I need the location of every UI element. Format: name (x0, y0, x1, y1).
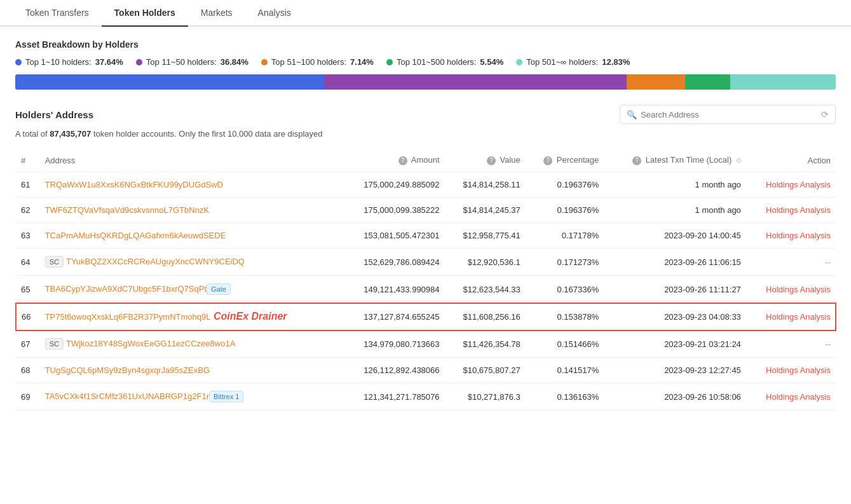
address-link[interactable]: TWjkoz18Y48SgWoxEeGG11ezCCzee8wo1A (66, 339, 235, 348)
cell-action[interactable]: Holdings Analysis (746, 276, 836, 303)
tab-token-holders[interactable]: Token Holders (102, 0, 188, 27)
cell-percentage: 0.17178% (526, 223, 604, 249)
table-row: 66TP75t6owoqXxskLq6FB2R37PymNTmohq9L Coi… (16, 303, 836, 330)
subtitle-prefix: A total of (15, 129, 48, 139)
legend-item-4: Top 501~∞ holders: 12.83% (516, 57, 630, 67)
breakdown-title: Asset Breakdown by Holders (15, 39, 836, 50)
search-icon: 🔍 (627, 110, 637, 119)
cell-action[interactable]: Holdings Analysis (746, 223, 836, 249)
cell-percentage: 0.171273% (526, 249, 604, 276)
percentage-info-icon[interactable]: ? (543, 156, 552, 165)
cell-value: $12,958,775.41 (445, 223, 526, 249)
address-link[interactable]: TRQaWxW1u8XxsK6NGxBtkFKU99yDUGdSwD (45, 180, 223, 189)
legend-label-1: Top 11~50 holders: (146, 57, 217, 67)
search-box[interactable]: 🔍 ⟳ (620, 105, 836, 124)
address-link[interactable]: TCaPmAMuHsQKRDgLQAGafxm6kAeuwdSEDE (45, 231, 226, 240)
cell-amount: 152,629,786.089424 (342, 249, 445, 276)
cell-rank: 65 (16, 276, 40, 303)
legend-dot-4 (516, 59, 522, 65)
segment-3 (685, 74, 731, 90)
holdings-analysis-link[interactable]: Holdings Analysis (766, 312, 831, 322)
holdings-analysis-link[interactable]: Holdings Analysis (766, 392, 831, 402)
latest-txn-info-icon[interactable]: ? (632, 156, 641, 165)
cell-value: $10,271,876.3 (445, 383, 526, 411)
cell-value: $14,814,258.11 (445, 172, 526, 198)
cell-rank: 62 (16, 198, 40, 223)
cell-action: -- (746, 249, 836, 276)
refresh-icon[interactable]: ⟳ (821, 109, 829, 119)
col-address: Address (40, 149, 342, 172)
cell-action[interactable]: Holdings Analysis (746, 198, 836, 223)
address-link[interactable]: TP75t6owoqXxskLq6FB2R37PymNTmohq9L (45, 312, 211, 322)
address-link[interactable]: TA5vCXk4f1SrCMfz361UxUNABRGP1g2F1r (45, 392, 209, 401)
cell-percentage: 0.141517% (526, 358, 604, 383)
cell-action[interactable]: Holdings Analysis (746, 303, 836, 330)
holdings-analysis-link[interactable]: Holdings Analysis (766, 365, 831, 375)
table-row: 67SCTWjkoz18Y48SgWoxEeGG11ezCCzee8wo1A13… (16, 330, 836, 358)
cell-percentage: 0.167336% (526, 276, 604, 303)
address-link[interactable]: TUgSgCQL6pMSy9zByn4sgxqrJa95sZExBG (45, 365, 210, 375)
cell-latest-txn: 2023-09-23 12:27:45 (604, 358, 746, 383)
search-input[interactable] (641, 110, 821, 119)
tab-analysis[interactable]: Analysis (245, 0, 304, 27)
legend-value-3: 5.54% (480, 57, 503, 67)
legend-label-2: Top 51~100 holders: (271, 57, 346, 67)
holdings-analysis-link[interactable]: Holdings Analysis (766, 180, 831, 189)
cell-address: SCTWjkoz18Y48SgWoxEeGG11ezCCzee8wo1A (40, 330, 342, 358)
sort-icon[interactable]: ⊙ (736, 157, 741, 164)
holdings-analysis-link[interactable]: Holdings Analysis (766, 285, 831, 294)
legend-dot-2 (261, 59, 268, 65)
holdings-analysis-link[interactable]: Holdings Analysis (766, 231, 831, 240)
cell-amount: 175,000,099.385222 (342, 198, 445, 223)
cell-action[interactable]: Holdings Analysis (746, 172, 836, 198)
col-latest-txn[interactable]: ? Latest Txn Time (Local) ⊙ (604, 149, 746, 172)
cell-action: -- (746, 330, 836, 358)
legend-label-4: Top 501~∞ holders: (526, 57, 598, 67)
tab-bar: Token Transfers Token Holders Markets An… (0, 0, 851, 27)
cell-amount: 149,121,433.990984 (342, 276, 445, 303)
legend-value-2: 7.14% (350, 57, 374, 67)
cell-latest-txn: 1 month ago (604, 172, 746, 198)
cell-rank: 68 (16, 358, 40, 383)
cell-action[interactable]: Holdings Analysis (746, 383, 836, 411)
badge-sc: SC (45, 256, 64, 268)
col-rank: # (16, 149, 40, 172)
address-link[interactable]: TBA6CypYJizwA9XdC7Ubgc5F1bxrQ7SqPt (45, 284, 207, 294)
tab-token-transfers[interactable]: Token Transfers (13, 0, 102, 27)
address-link[interactable]: TWF6ZTQVaVfsqaVd9cskvsnnoL7GTbNnzK (45, 205, 209, 215)
breakdown-progress-bar (15, 74, 836, 90)
legend-item-1: Top 11~50 holders: 36.84% (136, 57, 248, 67)
cell-percentage: 0.196376% (526, 198, 604, 223)
address-link[interactable]: TYukBQZ2XXCcRCReAUguyXncCWNY9CEiDQ (66, 257, 245, 266)
segment-4 (730, 74, 836, 90)
badge-sc: SC (45, 338, 64, 350)
cell-amount: 126,112,892.438066 (342, 358, 445, 383)
cell-latest-txn: 2023-09-26 11:11:27 (604, 276, 746, 303)
cell-latest-txn: 1 month ago (604, 198, 746, 223)
cell-percentage: 0.196376% (526, 172, 604, 198)
holders-table: # Address ? Amount ? Value ? Percentage … (15, 149, 836, 411)
cell-address: TWF6ZTQVaVfsqaVd9cskvsnnoL7GTbNnzK (40, 198, 342, 223)
table-row: 64SCTYukBQZ2XXCcRCReAUguyXncCWNY9CEiDQ15… (16, 249, 836, 276)
legend-item-0: Top 1~10 holders: 37.64% (15, 57, 123, 67)
subtitle-suffix: token holder accounts. Only the first 10… (93, 129, 323, 139)
cell-address: TA5vCXk4f1SrCMfz361UxUNABRGP1g2F1rBittre… (40, 383, 342, 411)
cell-value: $14,814,245.37 (445, 198, 526, 223)
legend-item-3: Top 101~500 holders: 5.54% (386, 57, 503, 67)
cell-address: TP75t6owoqXxskLq6FB2R37PymNTmohq9L CoinE… (40, 303, 342, 330)
cell-address: TBA6CypYJizwA9XdC7Ubgc5F1bxrQ7SqPtGate (40, 276, 342, 303)
table-row: 65TBA6CypYJizwA9XdC7Ubgc5F1bxrQ7SqPtGate… (16, 276, 836, 303)
cell-value: $12,920,536.1 (445, 249, 526, 276)
action-dash: -- (825, 257, 831, 267)
value-info-icon[interactable]: ? (487, 156, 496, 165)
cell-rank: 63 (16, 223, 40, 249)
legend-value-0: 37.64% (95, 57, 123, 67)
cell-rank: 67 (16, 330, 40, 358)
holdings-analysis-link[interactable]: Holdings Analysis (766, 205, 831, 215)
cell-latest-txn: 2023-09-20 14:00:45 (604, 223, 746, 249)
cell-amount: 175,000,249.885092 (342, 172, 445, 198)
cell-action[interactable]: Holdings Analysis (746, 358, 836, 383)
cell-amount: 134,979,080.713663 (342, 330, 445, 358)
tab-markets[interactable]: Markets (188, 0, 245, 27)
amount-info-icon[interactable]: ? (398, 156, 407, 165)
